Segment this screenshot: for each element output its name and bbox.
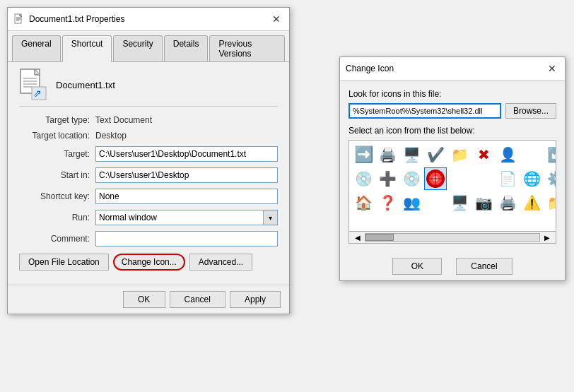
properties-cancel-button[interactable]: Cancel	[170, 291, 226, 308]
icon-cell-4[interactable]: ✔️	[424, 143, 447, 166]
properties-content: ⇗ Document1.txt Target type: Text Docume…	[8, 61, 289, 279]
start-in-row: Start in:	[19, 167, 278, 183]
change-icon-close-button[interactable]: ✕	[545, 61, 559, 76]
icon-path-input[interactable]	[348, 103, 501, 119]
change-icon-button[interactable]: Change Icon...	[113, 254, 185, 271]
start-in-input[interactable]	[95, 167, 278, 183]
icon-cell-9[interactable]: ↙️	[544, 143, 556, 166]
icon-cell-2[interactable]: 🖨️	[376, 143, 399, 166]
change-icon-footer: OK Cancel	[340, 252, 565, 280]
icon-cell-23[interactable]: 👥	[400, 191, 423, 214]
icon-cell-32[interactable]	[376, 215, 399, 232]
select-icon-label: Select an icon from the list below:	[348, 126, 556, 136]
icon-cell-5[interactable]: 📁	[448, 143, 471, 166]
tab-security[interactable]: Security	[113, 35, 162, 61]
scroll-left-arrow[interactable]: ◀	[352, 234, 363, 242]
target-input[interactable]	[95, 146, 278, 162]
properties-ok-button[interactable]: OK	[123, 291, 165, 308]
shortcut-key-input[interactable]	[95, 189, 278, 204]
start-in-label: Start in:	[19, 170, 90, 180]
target-location-row: Target location: Desktop	[19, 131, 278, 141]
target-label: Target:	[19, 149, 90, 159]
icon-cell-8[interactable]	[520, 143, 543, 166]
properties-dialog: Document1.txt Properties ✕ General Short…	[7, 7, 290, 314]
icon-cell-22[interactable]: ❓	[376, 191, 399, 214]
target-row: Target:	[19, 146, 278, 162]
icon-cell-21[interactable]: 🏠	[352, 191, 375, 214]
shortcut-key-row: Shortcut key:	[19, 189, 278, 204]
run-label: Run:	[19, 213, 90, 222]
icon-cell-19[interactable]: ⚙️	[544, 167, 556, 190]
properties-tabs: General Shortcut Security Details Previo…	[8, 31, 289, 61]
target-location-label: Target location:	[19, 131, 90, 141]
comment-label: Comment:	[19, 234, 90, 244]
title-icon	[13, 13, 25, 25]
target-type-label: Target type:	[19, 115, 90, 125]
icon-cell-11[interactable]: 💿	[352, 167, 375, 190]
icon-cell-13[interactable]: 💿	[400, 167, 423, 190]
icon-cell-28[interactable]: ⚠️	[520, 191, 543, 214]
icon-cell-12[interactable]: ➕	[376, 167, 399, 190]
icon-cell-17[interactable]: 📄	[496, 167, 519, 190]
file-header: ⇗ Document1.txt	[19, 71, 278, 107]
change-icon-dialog: Change Icon ✕ Look for icons in this fil…	[339, 57, 566, 281]
change-icon-titlebar: Change Icon ✕	[340, 57, 565, 81]
icon-cell-16[interactable]	[472, 167, 495, 190]
browse-button[interactable]: Browse...	[505, 103, 556, 119]
scrollbar-area: ◀ ▶	[348, 232, 556, 244]
path-row: Browse...	[348, 103, 556, 119]
icon-cell-27[interactable]: 🖨️	[496, 191, 519, 214]
icon-grid-wrapper[interactable]: ➡️ 🖨️ 🖥️ ✔️ 📁 ✖ 👤 ↙️ ▶ 💿 ➕ 💿	[348, 140, 556, 232]
change-icon-ok-button[interactable]: OK	[392, 258, 442, 275]
properties-footer: OK Cancel Apply	[8, 285, 289, 314]
icon-grid: ➡️ 🖨️ 🖥️ ✔️ 📁 ✖ 👤 ↙️ ▶ 💿 ➕ 💿	[349, 141, 556, 232]
scroll-track[interactable]	[365, 233, 540, 242]
comment-input[interactable]	[95, 231, 278, 247]
icon-cell-18[interactable]: 🌐	[520, 167, 543, 190]
icon-cell-3[interactable]: 🖥️	[400, 143, 423, 166]
look-for-label: Look for icons in this file:	[348, 89, 556, 99]
comment-row: Comment:	[19, 231, 278, 247]
titlebar-left: Document1.txt Properties	[13, 13, 124, 25]
icon-cell-24[interactable]	[424, 191, 447, 214]
icon-cell-15[interactable]	[448, 167, 471, 190]
icon-cell-7[interactable]: 👤	[496, 143, 519, 166]
tab-previous-versions[interactable]: Previous Versions	[209, 35, 285, 61]
file-display-name: Document1.txt	[56, 80, 115, 90]
scroll-right-arrow[interactable]: ▶	[541, 234, 553, 242]
icon-cell-26[interactable]: 📷	[472, 191, 495, 214]
icon-cell-29[interactable]: 📁	[544, 191, 556, 214]
target-type-value: Text Document	[95, 115, 152, 125]
tab-details[interactable]: Details	[164, 35, 209, 61]
change-icon-title: Change Icon	[346, 64, 394, 73]
run-select-value: Normal window	[96, 211, 263, 224]
properties-titlebar: Document1.txt Properties ✕	[8, 8, 289, 31]
tab-general[interactable]: General	[12, 35, 61, 61]
action-buttons: Open File Location Change Icon... Advanc…	[19, 254, 278, 271]
shortcut-key-label: Shortcut key:	[19, 191, 90, 201]
change-icon-cancel-button[interactable]: Cancel	[456, 258, 512, 275]
advanced-button[interactable]: Advanced...	[189, 254, 252, 271]
tab-shortcut[interactable]: Shortcut	[62, 35, 112, 62]
properties-close-button[interactable]: ✕	[269, 12, 283, 26]
icon-cell-25[interactable]: 🖥️	[448, 191, 471, 214]
icon-cell-1[interactable]: ➡️	[352, 143, 375, 166]
run-row: Run: Normal window ▾	[19, 210, 278, 225]
properties-title: Document1.txt Properties	[29, 14, 124, 24]
svg-text:⇗: ⇗	[33, 88, 42, 99]
run-dropdown-arrow[interactable]: ▾	[263, 210, 277, 225]
target-location-value: Desktop	[95, 131, 127, 141]
change-icon-content: Look for icons in this file: Browse... S…	[340, 81, 565, 252]
open-file-location-button[interactable]: Open File Location	[19, 254, 109, 271]
run-select[interactable]: Normal window ▾	[95, 210, 278, 225]
icon-cell-6[interactable]: ✖	[472, 143, 495, 166]
properties-apply-button[interactable]: Apply	[230, 291, 281, 308]
icon-cell-14[interactable]	[424, 167, 447, 190]
file-icon-large: ⇗	[19, 71, 47, 99]
target-type-row: Target type: Text Document	[19, 115, 278, 125]
icon-cell-31[interactable]	[352, 215, 375, 232]
scroll-thumb[interactable]	[365, 234, 394, 241]
